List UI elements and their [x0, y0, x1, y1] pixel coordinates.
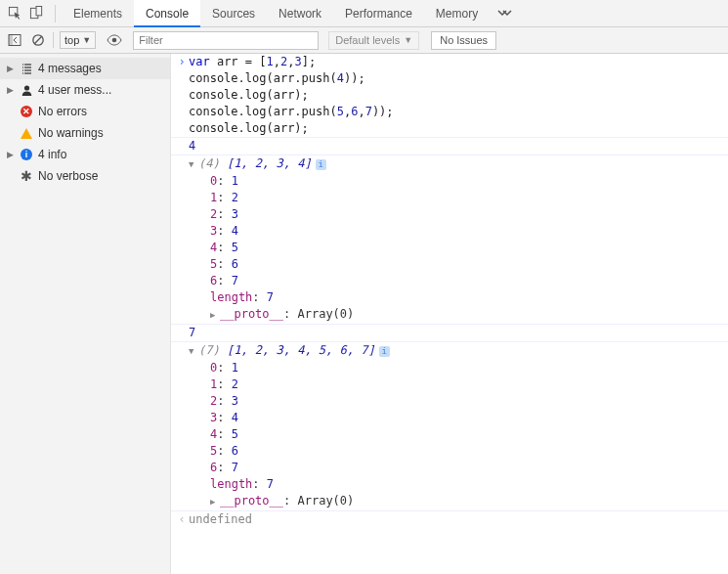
context-selector[interactable]: top ▼ [60, 31, 96, 49]
array-proto[interactable]: ▶__proto__: Array(0) [171, 306, 728, 324]
console-input-line: console.log(arr.push(4)); [171, 70, 728, 87]
live-expression-icon[interactable] [106, 31, 123, 49]
user-icon [19, 82, 34, 98]
tab-sources[interactable]: Sources [200, 0, 267, 27]
array-length[interactable]: length: 7 [171, 476, 728, 493]
svg-point-8 [23, 85, 28, 90]
sidebar-item-errors[interactable]: ✕ No errors [0, 101, 170, 122]
console-return-line: ‹ undefined [171, 510, 728, 528]
array-expansion: 0: 11: 22: 33: 44: 55: 66: 7length: 7▶__… [171, 173, 728, 324]
sidebar-item-warnings[interactable]: No warnings [0, 122, 170, 144]
more-tabs-icon[interactable] [495, 5, 513, 22]
console-log-array[interactable]: ▼(7) [1, 2, 3, 4, 5, 6, 7]i [171, 341, 728, 360]
context-label: top [64, 34, 79, 46]
issues-button[interactable]: No Issues [431, 31, 496, 50]
array-entry[interactable]: 2: 3 [171, 206, 728, 223]
tab-memory[interactable]: Memory [424, 0, 490, 27]
return-value[interactable]: undefined [189, 512, 252, 526]
sidebar-item-user-messages[interactable]: ▶ 4 user mess... [0, 79, 170, 101]
sidebar-item-info[interactable]: ▶ i 4 info [0, 144, 170, 165]
chevron-down-icon: ▼ [404, 35, 412, 45]
list-icon [19, 61, 34, 76]
log-levels-label: Default levels [335, 34, 400, 46]
expand-icon: ▶ [6, 85, 15, 95]
sidebar-item-verbose[interactable]: ✱ No verbose [0, 165, 170, 187]
filter-input[interactable] [133, 31, 319, 50]
sidebar-item-messages[interactable]: ▶ 4 messages [0, 58, 170, 79]
code-line[interactable]: console.log(arr); [189, 120, 728, 137]
console-toolbar: top ▼ Default levels ▼ No Issues [0, 27, 728, 54]
separator [55, 5, 56, 22]
verbose-icon: ✱ [19, 168, 34, 184]
tab-network[interactable]: Network [267, 0, 333, 27]
filter-box [133, 31, 319, 50]
tab-performance[interactable]: Performance [333, 0, 424, 27]
console-log-line: 4 [171, 137, 728, 155]
tab-console[interactable]: Console [134, 0, 200, 27]
console-input-line: console.log(arr); [171, 120, 728, 137]
log-value[interactable]: 7 [189, 326, 195, 339]
console-input-line: console.log(arr); [171, 87, 728, 104]
array-entry[interactable]: 0: 1 [171, 360, 728, 376]
info-badge-icon[interactable]: i [379, 346, 390, 357]
array-entry[interactable]: 0: 1 [171, 173, 728, 190]
chevron-down-icon: ▼ [82, 35, 91, 45]
device-toolbar-icon[interactable] [27, 5, 45, 22]
expand-icon: ▶ [6, 150, 15, 159]
console-log-line: 7 [171, 324, 728, 341]
issues-label: No Issues [440, 34, 488, 46]
sidebar-label: No errors [38, 105, 87, 118]
collapse-icon[interactable]: ▼ [189, 156, 198, 173]
array-entry[interactable]: 6: 7 [171, 460, 728, 476]
console-log-array[interactable]: ▼(4) [1, 2, 3, 4]i [171, 155, 728, 173]
error-icon: ✕ [19, 104, 34, 119]
expand-icon: ▶ [6, 64, 15, 73]
inspect-icon[interactable] [6, 5, 23, 22]
array-entry[interactable]: 3: 4 [171, 223, 728, 240]
code-line[interactable]: var arr = [1,2,3]; [189, 54, 728, 70]
sidebar-toggle-icon[interactable] [6, 31, 23, 49]
array-length[interactable]: length: 7 [171, 289, 728, 306]
log-value[interactable]: 4 [189, 139, 195, 153]
info-icon: i [19, 147, 34, 162]
code-line[interactable]: console.log(arr.push(5,6,7)); [189, 104, 728, 120]
devtools-body: ▶ 4 messages ▶ 4 user mess... ✕ No error… [0, 54, 728, 574]
sidebar-label: No warnings [38, 126, 104, 140]
console-input-line: console.log(arr.push(5,6,7)); [171, 104, 728, 120]
svg-point-7 [112, 38, 117, 43]
array-entry[interactable]: 1: 2 [171, 190, 728, 206]
svg-line-6 [34, 36, 41, 43]
log-levels-selector[interactable]: Default levels ▼ [328, 31, 419, 50]
collapse-icon[interactable]: ▼ [189, 343, 198, 360]
svg-rect-2 [36, 6, 42, 15]
clear-console-icon[interactable] [29, 31, 47, 49]
array-entry[interactable]: 3: 4 [171, 410, 728, 426]
array-entry[interactable]: 1: 2 [171, 376, 728, 393]
console-sidebar: ▶ 4 messages ▶ 4 user mess... ✕ No error… [0, 54, 171, 574]
sidebar-label: 4 user mess... [38, 83, 111, 97]
array-entry[interactable]: 5: 6 [171, 256, 728, 273]
devtools-tabbar: Elements Console Sources Network Perform… [0, 0, 728, 27]
info-badge-icon[interactable]: i [316, 159, 326, 170]
console-output: › var arr = [1,2,3]; console.log(arr.pus… [171, 54, 728, 574]
output-chevron-icon: ‹ [175, 511, 189, 528]
code-line[interactable]: console.log(arr.push(4)); [189, 70, 728, 87]
warning-icon [19, 125, 34, 141]
array-entry[interactable]: 4: 5 [171, 240, 728, 256]
array-entry[interactable]: 6: 7 [171, 273, 728, 289]
sidebar-label: 4 messages [38, 62, 102, 75]
tab-elements[interactable]: Elements [62, 0, 134, 27]
input-chevron-icon: › [175, 54, 189, 70]
separator [53, 32, 54, 48]
array-entry[interactable]: 5: 6 [171, 443, 728, 460]
array-expansion: 0: 11: 22: 33: 44: 55: 66: 7length: 7▶__… [171, 360, 728, 510]
console-input-line: › var arr = [1,2,3]; [171, 54, 728, 70]
array-proto[interactable]: ▶__proto__: Array(0) [171, 493, 728, 510]
sidebar-label: No verbose [38, 169, 98, 183]
sidebar-label: 4 info [38, 148, 66, 161]
array-entry[interactable]: 2: 3 [171, 393, 728, 410]
code-line[interactable]: console.log(arr); [189, 87, 728, 104]
svg-rect-4 [9, 35, 13, 46]
array-entry[interactable]: 4: 5 [171, 426, 728, 443]
